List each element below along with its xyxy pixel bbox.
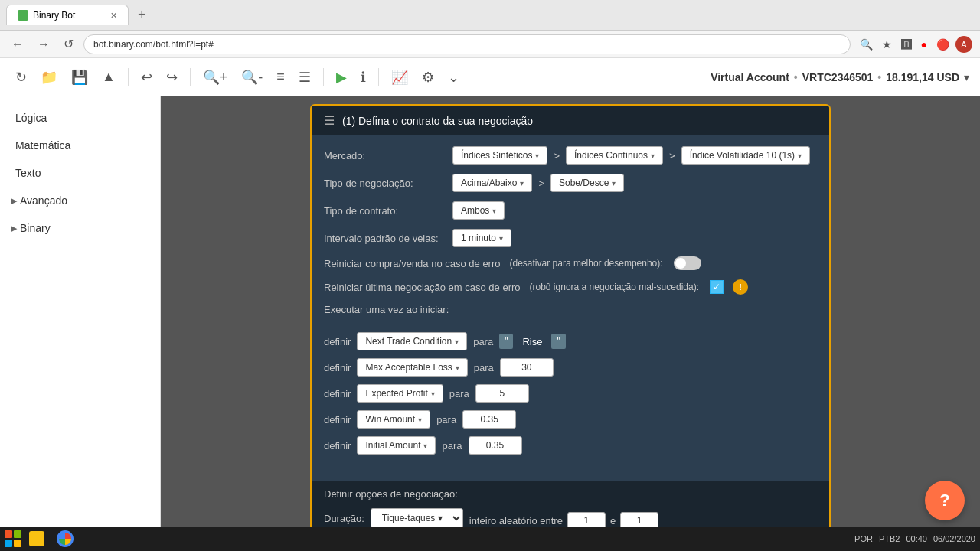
duracao-label: Duração: [324,513,364,524]
sidebar: Lógica Matemática Texto ▶ Avançado ▶ Bin… [0,96,161,551]
random-e: e [610,515,616,527]
list1-btn[interactable]: ≡ [272,66,289,88]
reiniciar2-note: (robô ignora a negociação mal-sucedida): [530,282,699,292]
exec-para-2: para [449,388,469,399]
sidebar-item-logica[interactable]: Lógica [0,104,160,132]
redo-btn[interactable]: ↪ [162,66,182,89]
quote-right-btn-0[interactable]: " [551,334,565,349]
save-btn[interactable]: 💾 [67,66,93,89]
open-btn[interactable]: 📁 [36,66,62,89]
reiniciar1-toggle[interactable] [674,256,701,270]
exec-input-4[interactable] [469,436,522,455]
exec-input-1[interactable] [500,358,554,377]
reiniciar1-note: (desativar para melhor desempenho): [510,258,663,269]
executar-label: Executar uma vez ao iniciar: [324,304,449,315]
taskbar-time: 00:40 [906,534,927,543]
warn-icon[interactable]: ! [733,279,748,295]
card-header-title: (1) Defina o contrato da sua negociação [342,115,533,127]
sep1 [128,68,129,86]
executar-label-row: Executar uma vez ao iniciar: [324,304,817,323]
tipo-neg-select-2[interactable]: Sobe/Desce [550,174,624,192]
taskbar-chrome-btn[interactable] [52,529,78,549]
mercado-select-3[interactable]: Índice Volatilidade 10 (1s) [681,146,810,165]
list2-btn[interactable]: ☰ [294,66,315,89]
sidebar-item-binary[interactable]: ▶ Binary [0,214,160,242]
zoom-out-btn[interactable]: 🔍- [237,66,267,89]
new-tab-btn[interactable]: + [133,7,151,23]
quote-left-btn-0[interactable]: " [499,334,513,349]
tab-favicon [18,10,28,21]
main-card: ☰ (1) Defina o contrato da sua negociaçã… [310,104,831,544]
windows-start-btn[interactable] [5,530,21,547]
sidebar-item-texto[interactable]: Texto [0,159,160,187]
url-text: bot.binary.com/bot.html?l=pt# [93,39,214,50]
exec-para-0: para [473,336,493,347]
account-dropdown-btn[interactable]: ▾ [964,71,969,83]
undo-btn[interactable]: ↩ [136,66,157,89]
exec-definir-0: definir [324,336,351,347]
arrow-sep-1: > [554,150,560,161]
intervalo-label: Intervalo padrão de velas: [324,233,446,244]
account-id: VRTC2346501 [802,71,874,83]
tipo-neg-select-1[interactable]: Acima/Abaixo [452,174,532,192]
tipo-neg-label: Tipo de negociação: [324,178,446,189]
definir-opcoes-label: Definir opções de negociação: [324,488,817,500]
exec-definir-4: definir [324,440,351,452]
search-extensions-btn[interactable]: 🔍 [857,37,876,52]
reiniciar2-checkbox[interactable] [710,280,724,294]
exec-value-0: Rise [519,336,545,347]
taskbar: POR PTB2 00:40 06/02/2020 [0,527,980,551]
ext1-btn[interactable]: 🅱 [898,37,915,52]
refresh-tool-btn[interactable]: ↻ [11,66,31,89]
exec-select-4[interactable]: Initial Amount [357,436,436,455]
taskbar-files-btn[interactable] [24,530,49,548]
account-info: Virtual Account • VRTC2346501 • 18.191,1… [710,71,969,83]
exec-select-3[interactable]: Win Amount [357,410,430,429]
chart-btn[interactable]: 📈 [387,66,413,89]
mercado-select-1[interactable]: Índices Sintéticos [452,146,547,165]
exec-select-1[interactable]: Max Acceptable Loss [357,358,467,377]
reiniciar2-label: Reiniciar última negociação em caso de e… [324,282,521,293]
drive-btn[interactable]: ▲ [97,66,120,88]
ext3-btn[interactable]: 🔴 [933,37,952,52]
exec-row-2: definir Expected Profit para [324,384,817,403]
tab-close-btn[interactable]: ✕ [110,11,117,21]
card-body: Mercado: Índices Sintéticos > Índices Co… [312,135,829,473]
exec-input-3[interactable] [462,410,516,429]
exec-input-2[interactable] [475,384,529,403]
exec-row-0: definir Next Trade Condition para " Rise… [324,332,817,350]
sidebar-item-avancado[interactable]: ▶ Avançado [0,187,160,214]
ext2-btn[interactable]: ● [918,37,930,52]
forward-btn[interactable]: → [34,36,54,53]
duracao-select[interactable]: Tique-taques ▾ [371,508,463,528]
sep2 [190,68,191,86]
zoom-in-btn[interactable]: 🔍+ [198,66,233,89]
dot2: • [877,71,881,83]
mercado-select-2[interactable]: Índices Contínuos [566,146,663,165]
tipo-neg-row: Tipo de negociação: Acima/Abaixo > Sobe/… [324,174,817,192]
address-bar[interactable]: bot.binary.com/bot.html?l=pt# [83,34,851,54]
exec-definir-2: definir [324,388,351,399]
exec-select-2[interactable]: Expected Profit [357,384,443,403]
refresh-btn[interactable]: ↺ [60,35,77,53]
back-btn[interactable]: ← [8,36,28,53]
run-btn[interactable]: ▶ [332,66,351,89]
card-header-icon: ☰ [324,113,335,128]
reiniciar1-label: Reiniciar compra/venda no caso de erro [324,258,501,269]
sidebar-item-matematica[interactable]: Matemática [0,132,160,159]
tipo-contrato-select[interactable]: Ambos [452,201,505,220]
content-area: ☰ (1) Defina o contrato da sua negociaçã… [161,96,980,551]
info-btn[interactable]: ℹ [356,66,371,89]
dot1: • [794,71,798,83]
browser-tab[interactable]: Binary Bot ✕ [6,5,129,25]
exec-select-0[interactable]: Next Trade Condition [357,332,467,350]
random-label: inteiro aleatório entre [469,515,563,527]
bookmark-btn[interactable]: ★ [879,37,895,52]
chevron-btn[interactable]: ⌄ [443,66,464,89]
settings-btn[interactable]: ⚙ [417,66,439,89]
avatar-btn[interactable]: A [956,36,972,53]
chevron-right-icon: ▶ [11,196,17,206]
sidebar-item-label: Texto [15,167,41,179]
intervalo-select[interactable]: 1 minuto [452,229,511,247]
help-button[interactable]: ? [925,481,965,520]
